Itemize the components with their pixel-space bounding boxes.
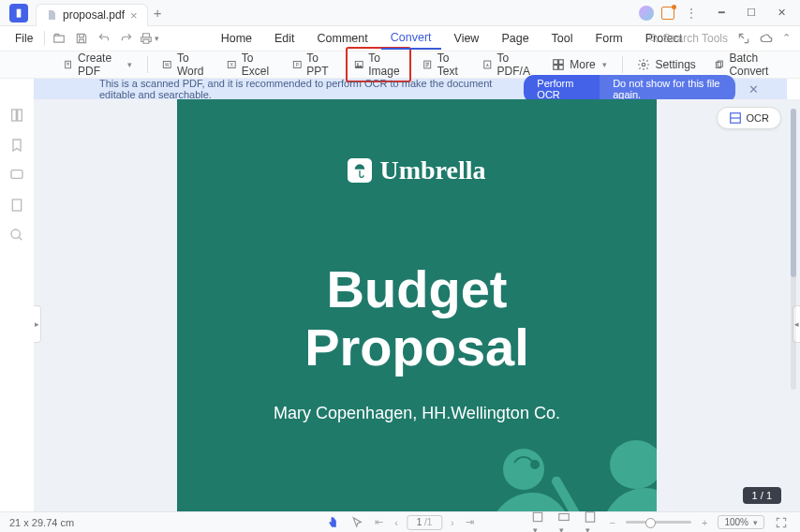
svg-rect-31 xyxy=(558,513,569,520)
titlebar: ▮ proposal.pdf × + ⋮ ━ ☐ ✕ xyxy=(0,0,800,26)
page-indicator-badge: 1 / 1 xyxy=(743,487,781,504)
excel-icon: X xyxy=(227,58,237,71)
minimize-button[interactable]: ━ xyxy=(708,3,734,23)
status-bar: 21 x 29.74 cm ⇤ ‹ 1 /1 › ⇥ ▾ ▾ ▾ − + 100… xyxy=(0,511,800,532)
svg-rect-20 xyxy=(12,110,17,121)
prev-page-icon[interactable]: ‹ xyxy=(392,517,401,528)
search-tools[interactable]: Search Tools xyxy=(648,32,728,45)
maximize-button[interactable]: ☐ xyxy=(738,3,764,23)
svg-point-26 xyxy=(610,440,657,489)
zoom-in-icon[interactable]: + xyxy=(699,517,710,528)
view-mode-icon[interactable]: ▾ xyxy=(528,510,547,533)
svg-rect-32 xyxy=(585,511,594,522)
image-icon xyxy=(354,58,364,71)
svg-text:A: A xyxy=(486,63,489,67)
zoom-level[interactable]: 100%▾ xyxy=(718,515,764,529)
redo-icon[interactable] xyxy=(116,28,137,49)
save-icon[interactable] xyxy=(71,28,92,49)
menubar-right: Search Tools ⌃ xyxy=(648,26,791,51)
print-icon[interactable]: ▾ xyxy=(139,28,159,49)
svg-rect-14 xyxy=(559,60,564,65)
open-icon[interactable] xyxy=(49,28,69,49)
search-icon xyxy=(648,33,659,44)
gear-icon xyxy=(637,58,650,71)
svg-point-17 xyxy=(643,63,646,66)
select-tool-icon[interactable] xyxy=(348,516,366,529)
word-icon: W xyxy=(162,58,172,71)
menu-form[interactable]: Form xyxy=(586,28,632,49)
file-menu[interactable]: File xyxy=(7,29,40,48)
first-page-icon[interactable]: ⇤ xyxy=(372,516,386,528)
ocr-icon xyxy=(729,111,742,125)
menu-comment[interactable]: Comment xyxy=(308,28,378,49)
search-sidebar-icon[interactable] xyxy=(8,227,25,244)
svg-point-9 xyxy=(357,63,359,65)
chevron-up-icon[interactable]: ⌃ xyxy=(782,32,791,45)
more-icon xyxy=(552,58,565,71)
to-ppt-button[interactable]: P To PPT xyxy=(285,48,342,81)
zoom-slider[interactable] xyxy=(626,521,691,524)
document-title: Budget Proposal xyxy=(177,260,657,376)
menu-home[interactable]: Home xyxy=(212,28,261,49)
svg-text:X: X xyxy=(230,63,234,67)
pdf-page: Umbrella Budget Proposal Mary Copenhagen… xyxy=(177,99,657,511)
svg-rect-23 xyxy=(12,200,21,211)
document-tab[interactable]: proposal.pdf × xyxy=(36,4,148,26)
svg-point-25 xyxy=(503,449,544,490)
close-tab-icon[interactable]: × xyxy=(130,8,138,22)
svg-point-24 xyxy=(11,229,20,238)
left-sidebar xyxy=(0,99,34,511)
menu-page[interactable]: Page xyxy=(492,28,538,49)
last-page-icon[interactable]: ⇥ xyxy=(463,516,477,528)
hand-tool-icon[interactable] xyxy=(323,516,342,529)
to-excel-button[interactable]: X To Excel xyxy=(219,48,281,81)
svg-rect-22 xyxy=(11,170,22,179)
more-button[interactable]: More▾ xyxy=(544,54,614,75)
read-mode-icon[interactable]: ▾ xyxy=(581,510,600,533)
settings-button[interactable]: Settings xyxy=(630,54,703,75)
document-canvas[interactable]: ▸ ◂ Umbrella Budget Proposal Mary Copenh… xyxy=(34,99,800,511)
illustration xyxy=(177,418,657,511)
share-icon[interactable] xyxy=(737,32,750,45)
svg-text:P: P xyxy=(295,63,298,67)
menu-tool[interactable]: Tool xyxy=(542,28,583,49)
attachments-icon[interactable] xyxy=(8,197,25,214)
undo-icon[interactable] xyxy=(94,28,114,49)
notification-icon[interactable] xyxy=(661,7,674,20)
menu-edit[interactable]: Edit xyxy=(265,28,304,49)
svg-rect-21 xyxy=(18,110,22,121)
menu-convert[interactable]: Convert xyxy=(381,27,441,50)
svg-point-0 xyxy=(649,35,656,41)
banner-text: This is a scanned PDF, and it is recomme… xyxy=(99,78,524,100)
zoom-out-icon[interactable]: − xyxy=(607,517,618,528)
bookmarks-icon[interactable] xyxy=(8,137,25,154)
comments-icon[interactable] xyxy=(8,167,25,184)
svg-rect-30 xyxy=(533,512,541,521)
banner-close-icon[interactable]: ✕ xyxy=(748,82,759,96)
to-text-button[interactable]: To Text xyxy=(415,48,471,81)
fullscreen-icon[interactable] xyxy=(772,516,791,529)
create-pdf-icon xyxy=(64,58,73,71)
scrollbar[interactable] xyxy=(791,109,796,390)
page-dimensions: 21 x 29.74 cm xyxy=(9,517,74,528)
close-window-button[interactable]: ✕ xyxy=(768,3,794,23)
ocr-notification-banner: This is a scanned PDF, and it is recomme… xyxy=(34,79,787,99)
svg-rect-15 xyxy=(554,66,558,70)
next-page-icon[interactable]: › xyxy=(448,517,457,528)
page-number-input[interactable]: 1 /1 xyxy=(407,515,442,530)
svg-rect-13 xyxy=(554,60,558,65)
profile-avatar-icon[interactable] xyxy=(639,6,654,21)
separator xyxy=(44,31,45,46)
thumbnails-icon[interactable] xyxy=(8,107,25,124)
svg-rect-16 xyxy=(559,66,564,70)
to-word-button[interactable]: W To Word xyxy=(155,48,215,81)
new-tab-button[interactable]: + xyxy=(154,5,162,21)
expand-left-handle[interactable]: ▸ xyxy=(34,305,41,343)
create-pdf-button[interactable]: Create PDF▾ xyxy=(56,48,140,81)
tab-title: proposal.pdf xyxy=(63,8,125,22)
ocr-floating-button[interactable]: OCR xyxy=(717,107,781,129)
cloud-icon[interactable] xyxy=(760,32,773,45)
kebab-menu-icon[interactable]: ⋮ xyxy=(678,3,704,23)
fit-mode-icon[interactable]: ▾ xyxy=(555,510,573,533)
menu-view[interactable]: View xyxy=(445,28,489,49)
